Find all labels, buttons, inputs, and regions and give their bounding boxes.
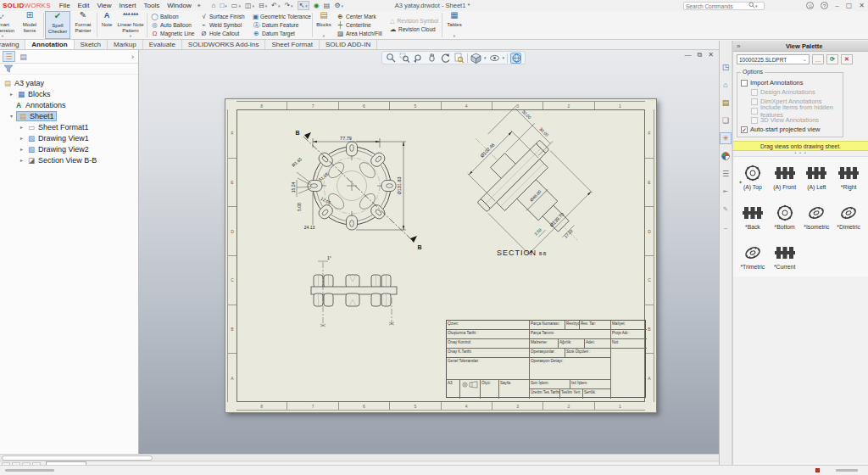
tree-item-drawing-view1[interactable]: ▸ ▧ Drawing View1 [0, 132, 138, 143]
view-thumb-front[interactable]: (A) Front [769, 164, 801, 190]
view-settings-globe-icon[interactable] [510, 53, 521, 64]
doc-close-icon[interactable]: ✕ [708, 51, 714, 59]
tab-drawing[interactable]: Drawing [0, 40, 25, 49]
menu-view[interactable]: View [97, 2, 111, 9]
checkbox-icon[interactable] [741, 126, 748, 133]
markup-tool-icon[interactable]: ✎ [720, 204, 732, 215]
format-painter-button[interactable]: ✎ Format Painter [70, 11, 96, 39]
tab-solidworks-add-ins[interactable]: SOLIDWORKS Add-Ins [182, 40, 266, 49]
view-thumb-current[interactable]: *Current [769, 243, 801, 270]
doc-restore-icon[interactable]: ⧉ [698, 51, 703, 59]
save-icon[interactable]: ◫▾ [245, 2, 254, 9]
collapse-caret-icon[interactable]: ▾ [8, 113, 14, 119]
tree-item-drawing-view2[interactable]: ▸ ▧ Drawing View2 [0, 143, 138, 154]
scrollbar-thumb[interactable] [2, 455, 153, 461]
feature-tree-tab-icon[interactable]: ☰ [3, 51, 15, 62]
section-view-bb[interactable]: Ø139.70 Ø102.46 Ø46.00 30.00 30.00 17.02… [444, 99, 616, 271]
clear-button[interactable]: ✕ [841, 54, 853, 64]
tables-button[interactable]: ▦ Tables▾ [443, 11, 465, 39]
dropdown-arrow-icon[interactable]: ▾ [484, 55, 487, 60]
rotate-view-icon[interactable] [440, 53, 451, 64]
search-dropdown-icon[interactable]: ▾ [755, 3, 758, 8]
tab-sketch[interactable]: Sketch [75, 40, 108, 49]
zoom-to-fit-icon[interactable] [386, 53, 397, 64]
zoom-to-area-icon[interactable] [399, 53, 410, 64]
browse-button[interactable]: … [812, 54, 824, 64]
tree-item-a3-yatay[interactable]: ▤ A3 yatay [0, 77, 138, 88]
linear-note-pattern-button[interactable]: AAA AAA Linear Note Pattern▾ [115, 11, 146, 39]
revision-cloud-button[interactable]: ☁Revision Cloud [389, 25, 438, 33]
spell-checker-button[interactable]: ✔ Spell Checker [45, 11, 70, 39]
blocks-button[interactable]: ▤ Blocks▾ [314, 11, 334, 39]
property-manager-tab-icon[interactable]: ▤ [17, 51, 30, 62]
tree-item-sheet1[interactable]: ▾ ▤ Sheet1 [0, 110, 138, 121]
view-thumb-trimetric[interactable]: *Trimetric [737, 243, 769, 270]
splitter-grip[interactable]: • • • [733, 151, 868, 155]
solidworks-resources-icon[interactable]: ⌂ [720, 79, 732, 91]
expand-caret-icon[interactable]: ▸ [19, 157, 25, 163]
view-thumb-left[interactable]: (A) Left [801, 164, 833, 190]
appearances-scenes-icon[interactable] [720, 150, 732, 162]
expand-caret-icon[interactable]: ▸ [19, 135, 25, 141]
option-auto-start-projected-view[interactable]: Auto-start projected view [741, 125, 839, 134]
tree-item-section-view-bb[interactable]: ▸ ◪ Section View B-B [0, 154, 138, 165]
view-thumb-isometric[interactable]: *Isometric [801, 204, 833, 230]
tab-sheet-format[interactable]: Sheet Format [265, 40, 319, 49]
geometric-tolerance-button[interactable]: ▣Geometric Tolerance [253, 13, 309, 20]
view-palette-tab-icon[interactable]: ✳ [720, 132, 732, 144]
smart-dimension-button[interactable]: ↔ Smart Dimension▾ [0, 11, 17, 39]
filter-funnel-icon[interactable] [3, 64, 14, 73]
refresh-button[interactable]: ⟳ [826, 54, 838, 64]
pack-and-go-icon[interactable]: ⇤ [720, 186, 732, 198]
expand-caret-icon[interactable]: ▸ [19, 124, 25, 130]
weld-symbol-button[interactable]: ⌁Weld Symbol [200, 21, 248, 29]
view-thumb-bottom[interactable]: *Bottom [769, 204, 801, 230]
minimize-button[interactable]: – [835, 2, 838, 9]
restore-button[interactable]: ▢ [846, 2, 853, 9]
magnetic-line-button[interactable]: ΩMagnetic Line [151, 30, 195, 37]
search-input[interactable] [686, 3, 747, 9]
home-icon[interactable]: ⌂ [212, 2, 216, 9]
undo-icon[interactable]: ↶▾ [271, 2, 280, 9]
tab-annotation[interactable]: Annotation [25, 40, 74, 49]
view-thumb-right[interactable]: *Right [832, 164, 865, 190]
magnifying-glass-icon[interactable] [453, 53, 465, 64]
tree-item-annotations[interactable]: A Annotations [0, 99, 138, 110]
menu-edit[interactable]: Edit [78, 2, 90, 9]
close-button[interactable]: ✕ [859, 2, 865, 9]
balloon-button[interactable]: ◯Balloon [151, 13, 195, 20]
open-icon[interactable]: ▭▾ [231, 2, 241, 9]
design-library-icon[interactable]: ▤ [720, 97, 732, 109]
new-document-icon[interactable]: □▾ [220, 2, 226, 9]
datum-target-button[interactable]: ⊕Datum Target [253, 30, 309, 37]
custom-properties-icon[interactable]: ☰ [720, 168, 732, 180]
panel-expand-icon[interactable]: › [131, 53, 134, 61]
view-thumb-top[interactable]: ✦ (A) Top [737, 164, 769, 190]
pin-menu-icon[interactable]: ✦ [197, 3, 202, 9]
display-style-icon[interactable] [470, 53, 481, 64]
pan-icon[interactable] [426, 53, 437, 64]
doc-minimize-icon[interactable]: — [685, 51, 692, 59]
collapse-strip-icon[interactable]: – [720, 221, 732, 233]
expand-caret-icon[interactable]: ▸ [19, 146, 25, 152]
user-account-icon[interactable]: ☺ [806, 2, 814, 9]
tab-markup[interactable]: Markup [108, 40, 143, 49]
file-explorer-icon[interactable]: ❏ [720, 115, 732, 126]
tree-item-blocks[interactable]: ▸ ▦ Blocks [0, 88, 138, 99]
model-items-button[interactable]: ⊞ Model Items [17, 11, 42, 39]
hole-callout-button[interactable]: ØHole Callout [200, 30, 248, 37]
drawing-view1-flange[interactable]: 77.79 Ø131.83 Ø1.65 [291, 130, 422, 250]
expand-caret-icon[interactable]: ▸ [8, 91, 14, 97]
tree-item-sheet-format1[interactable]: ▸ ▭ Sheet Format1 [0, 121, 138, 132]
note-button[interactable]: A Note [98, 11, 115, 39]
help-icon[interactable]: ? [821, 2, 828, 9]
command-search[interactable]: ▾ [683, 2, 765, 10]
hide-show-items-icon[interactable] [489, 53, 500, 64]
previous-view-icon[interactable] [413, 53, 424, 64]
tab-solid-add-in[interactable]: SOLID ADD-IN [320, 40, 377, 49]
surface-finish-button[interactable]: √Surface Finish [200, 13, 248, 20]
menu-tools[interactable]: Tools [144, 2, 160, 9]
centerline-button[interactable]: ┼Centerline [337, 21, 384, 29]
option-import-annotations[interactable]: Import Annotations [741, 78, 839, 87]
drawing-sheet[interactable]: 87654321 87654321 FEDCBA FEDCBA [225, 98, 657, 413]
